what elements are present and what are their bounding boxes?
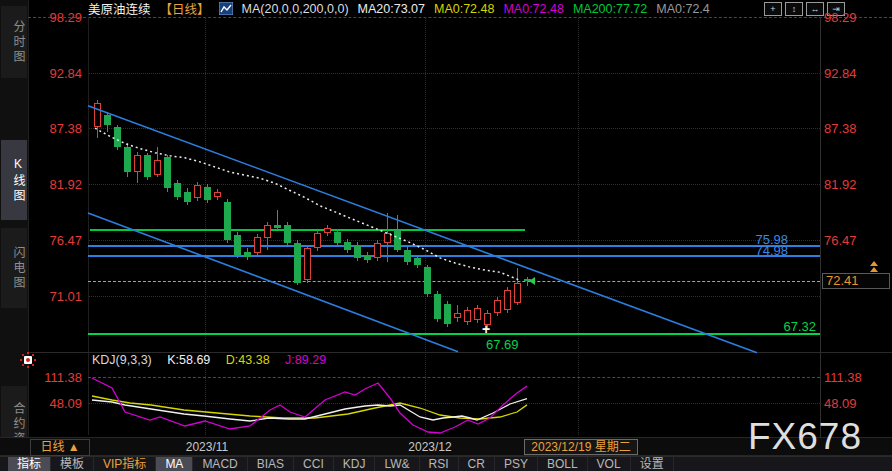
y-axis-tick-left: 71.01: [26, 289, 82, 304]
candle-body: [204, 187, 211, 200]
candle-body: [124, 147, 131, 172]
y-axis-tick-right: 92.84: [824, 66, 880, 81]
toolbar-item-模板[interactable]: 模板: [51, 457, 94, 471]
watermark: FX678: [748, 416, 862, 458]
candle-body: [344, 242, 351, 250]
candle-body: [514, 283, 521, 303]
lowest-price-label: 67.69: [486, 337, 519, 352]
candle-body: [474, 308, 481, 320]
candle-body: [134, 155, 141, 172]
y-axis-tick-left: 87.38: [26, 121, 82, 136]
candle-body: [494, 300, 501, 313]
current-price-line: [88, 281, 820, 282]
kdj-lower-refline: [88, 403, 820, 404]
y-axis-tick-left: 76.47: [26, 233, 82, 248]
month-label-dec: 2023/12: [390, 440, 470, 454]
candle-body: [174, 183, 181, 197]
candle-body: [104, 115, 111, 125]
candle-body: [374, 243, 381, 258]
sidebar-tab-2[interactable]: K线图: [1, 140, 27, 220]
toolbar-item-指标[interactable]: 指标: [8, 457, 51, 471]
chart-header: 美原油连续 【日线】 MA(20,0,0,200,0,0) MA20:73.07…: [28, 0, 892, 17]
price-gridline: [88, 240, 820, 241]
candle-body: [114, 127, 121, 147]
y-axis-tick-right: 87.38: [824, 121, 880, 136]
sidebar-tab-1[interactable]: 分时图: [1, 6, 27, 78]
toolbar-item-CCI[interactable]: CCI: [294, 457, 334, 471]
price-gridline: [88, 73, 820, 74]
kdj-d-line: [92, 396, 527, 419]
kdj-name: KDJ(9,3,3): [92, 353, 152, 367]
candle-body: [424, 267, 431, 294]
y-axis-tick-left: 81.92: [26, 177, 82, 192]
support-line: [88, 333, 820, 335]
y-axis-tick-right: 81.92: [824, 177, 880, 192]
plot-right-border: [820, 17, 821, 456]
last-price-arrow-icon: [529, 277, 535, 285]
ma-value-label: MA0:72.48: [503, 2, 563, 16]
candle-body: [164, 157, 171, 188]
highlighted-date: 2023/12/19 星期二: [524, 439, 638, 455]
candle-body: [214, 192, 221, 197]
kdj-k-line: [92, 399, 527, 421]
resistance-line-1: [88, 245, 820, 247]
candle-body: [384, 233, 391, 243]
y-axis-tick-right: 76.47: [824, 233, 880, 248]
kdj-tick-right: 111.38: [824, 370, 880, 385]
toolbar-item-BIAS[interactable]: BIAS: [248, 457, 294, 471]
candle-body: [504, 290, 511, 310]
toolbar-item-RSI[interactable]: RSI: [420, 457, 459, 471]
candle-body: [404, 250, 411, 262]
time-gridline: [205, 17, 206, 435]
pan-icon[interactable]: +: [764, 2, 782, 16]
page-title: 美原油连续: [88, 0, 151, 18]
left-sidebar: 分时图K线图闪电图合约资料: [0, 0, 29, 455]
indicator-settings-icon[interactable]: [20, 352, 36, 368]
toolbar-item-BOLL[interactable]: BOLL: [538, 457, 588, 471]
candle-body: [434, 294, 441, 319]
candle-body: [224, 202, 231, 240]
toolbar-item-VOL[interactable]: VOL: [588, 457, 631, 471]
toolbar-item-VIP指标[interactable]: VIP指标: [94, 457, 156, 471]
toolbar-item-PSY[interactable]: PSY: [495, 457, 538, 471]
candle-body: [184, 192, 191, 202]
downtrend-line-2: [88, 213, 458, 352]
toolbar-item-KDJ[interactable]: KDJ: [334, 457, 376, 471]
toolbar-item-设置[interactable]: 设置: [631, 457, 674, 471]
candle-body: [324, 228, 331, 233]
candle-body: [194, 185, 201, 198]
time-gridline: [578, 17, 579, 435]
sidebar-tab-3[interactable]: 闪电图: [1, 228, 27, 308]
price-up-arrow-icon: [870, 267, 878, 272]
indicator-toolbar: 指标模板VIP指标MAMACDBIASCCIKDJLW&RSICRPSYBOLL…: [0, 456, 892, 471]
kdj-d-value: D:43.38: [226, 353, 270, 367]
period-selector[interactable]: 日线 ▲: [30, 439, 90, 456]
ma-settings-label: MA(20,0,0,200,0,0): [242, 2, 349, 16]
candle-body: [254, 237, 261, 253]
kdj-tick-left: 111.38: [26, 370, 82, 385]
y-axis-tick-left: 92.84: [26, 66, 82, 81]
candle-body: [394, 230, 401, 250]
toolbar-item-CR[interactable]: CR: [459, 457, 495, 471]
kdj-j-line: [92, 378, 527, 433]
toolbar-item-MA[interactable]: MA: [156, 457, 193, 471]
candle-body: [454, 313, 461, 318]
candle-body: [264, 225, 271, 238]
time-gridline: [425, 17, 426, 435]
plot-left-border: [88, 17, 89, 435]
kdj-upper-refline: [88, 377, 820, 378]
y-axis-scale-icon[interactable]: ↕: [785, 2, 803, 16]
x-axis-scale-icon[interactable]: ↔: [806, 2, 824, 16]
month-label-nov: 2023/11: [167, 440, 247, 454]
line-chart-icon: [219, 2, 233, 15]
toolbar-item-MACD[interactable]: MACD: [193, 457, 247, 471]
kdj-j-value: J:89.29: [285, 353, 326, 367]
candle-body: [314, 233, 321, 248]
toolbar-item-LW&[interactable]: LW&: [375, 457, 419, 471]
candle-body: [354, 245, 361, 258]
y-axis-tick-left: 98.29: [26, 10, 82, 25]
kdj-tick-left: 48.09: [26, 396, 82, 411]
ma-value-label: MA0:72.48: [434, 2, 494, 16]
candle-body: [294, 243, 301, 283]
resistance-line-2: [88, 255, 820, 257]
